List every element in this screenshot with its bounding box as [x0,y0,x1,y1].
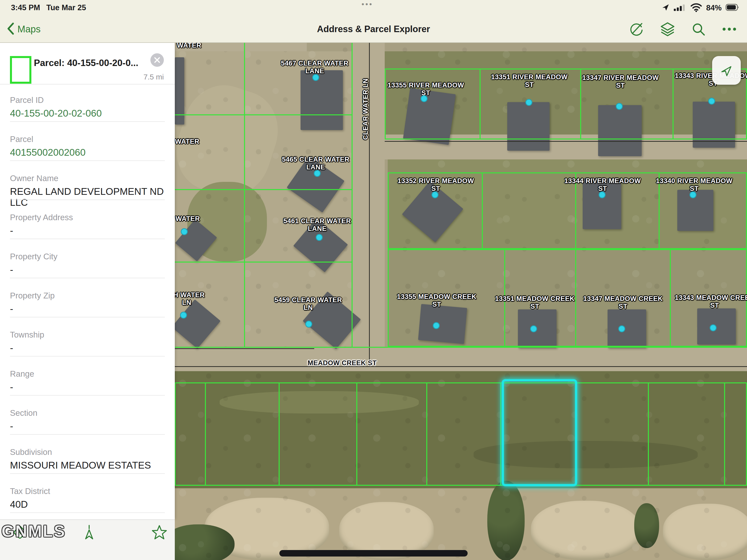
address-point-dot[interactable] [420,95,428,102]
field-value: - [10,225,13,236]
address-point-dot[interactable] [312,74,319,81]
battery-percent: 84% [706,3,722,12]
date: Tue Mar 25 [46,3,86,12]
distance-badge: 7.5 mi [144,73,164,81]
parcel-boundary [205,382,206,486]
address-point-dot[interactable] [530,325,537,332]
address-point-dot[interactable] [181,228,188,235]
parcel-boundary [575,249,576,347]
address-point-dot[interactable] [180,312,187,319]
address-point-dot[interactable] [616,103,623,110]
address-label: 13344 RIVER MEADOW ST [564,177,641,193]
search-icon[interactable] [691,21,706,37]
address-point-dot[interactable] [305,321,312,328]
field-label: Township [10,330,44,339]
divider [10,239,165,239]
address-label: 5465 CLEAR WATER LANE [282,156,350,171]
field-value: REGAL LAND DEVELOPMENT ND LLC [10,186,175,208]
parcel-boundary [580,69,581,139]
field-value: - [10,342,13,354]
parcel-boundary [175,189,352,190]
address-point-dot[interactable] [433,322,440,329]
field-label: Parcel ID [10,95,44,105]
field-value[interactable]: 40155002002060 [10,147,86,158]
panel-title: Parcel: 40-155-00-20-0... [34,58,138,68]
address-label: 13352 RIVER MEADOW ST [397,177,474,193]
parcel-boundary [175,382,747,486]
field-row-range: Range- [0,369,175,408]
street-label: MEADOW CREEK ST [308,359,377,367]
parcel-boundary [724,382,725,486]
address-label: 13355 MEADOW CREEK ST [397,293,476,308]
parcel-boundary [500,382,501,486]
parcel-boundary [482,172,483,249]
divider [10,395,165,396]
parcel-boundary [175,261,352,262]
address-point-dot[interactable] [525,99,532,106]
address-point-dot[interactable] [316,234,323,241]
parcel-boundary [426,382,427,486]
field-row-parcel: Parcel40155002002060 [0,134,175,174]
field-value: - [10,303,13,314]
address-point-dot[interactable] [432,191,438,198]
divider [10,317,165,317]
field-row-subdivision: SubdivisionMISSOURI MEADOW ESTATES [0,448,175,486]
address-point-dot[interactable] [599,191,606,198]
field-label: Tax District [10,486,50,496]
status-bar: 3:45 PM Tue Mar 25 ••• 84% [0,0,747,16]
selected-parcel-highlight[interactable] [502,379,577,486]
address-label: 13351 RIVER MEADOW ST [491,73,568,89]
parcel-info-panel: Parcel: 40-155-00-20-0... 7.5 mi Parcel … [0,42,175,519]
field-row-section: Section- [0,408,175,448]
address-label: 13340 RIVER MEADOW ST [656,177,732,193]
parcel-boundary [175,114,352,115]
markup-sketch-icon[interactable] [629,21,644,37]
star-bookmark-icon[interactable] [151,525,167,540]
field-row-property-zip: Property Zip- [0,291,175,330]
parcel-boundary [670,249,671,347]
field-row-property-address: Property Address- [0,213,175,252]
address-label: 5467 CLEAR WATER LANE [281,59,349,75]
parcel-boundary [480,69,481,139]
tree-clump [487,481,525,560]
field-label: Subdivision [10,448,52,457]
field-label: Range [10,369,34,379]
address-label: 13355 RIVER MEADOW ST [387,81,464,97]
address-label: 13343 MEADOW CREEK ST [675,294,747,309]
field-label: Owner Name [10,174,58,183]
field-label: Section [10,408,37,418]
parcel-boundary [175,347,747,348]
address-point-dot[interactable] [618,325,625,332]
locate-me-button[interactable] [712,56,741,85]
close-icon[interactable] [150,53,164,67]
layers-icon[interactable] [660,21,675,37]
building-footprint [301,70,343,130]
field-value: - [10,264,13,275]
cellular-signal-icon [673,3,686,13]
field-label: Parcel [10,134,33,144]
field-value[interactable]: 40-155-00-20-02-060 [10,108,102,119]
road-centerline [385,141,747,142]
home-indicator[interactable] [279,550,468,557]
parcel-boundary [648,382,649,486]
map-canvas[interactable]: WATER5467 CLEAR WATER LANE13355 RIVER ME… [175,42,747,560]
address-point-dot[interactable] [708,98,715,105]
address-point-dot[interactable] [690,191,696,198]
wifi-icon [690,3,702,13]
divider [10,200,165,200]
battery-icon [726,4,740,12]
parcel-boundary [279,382,280,486]
field-value: - [10,421,13,432]
parcel-boundary [673,69,673,139]
field-label: Property City [10,252,57,261]
address-label: 13351 MEADOW CREEK ST [495,295,575,310]
gps-antenna-icon[interactable] [81,525,97,540]
address-label: SH WATER LN [175,291,205,307]
field-row-owner-name: Owner NameREGAL LAND DEVELOPMENT ND LLC [0,174,175,213]
field-value: 40D [10,499,28,510]
address-point-dot[interactable] [314,170,321,177]
address-label: 13347 MEADOW CREEK ST [583,295,663,310]
address-point-dot[interactable] [710,324,717,331]
more-ellipsis-icon[interactable] [722,21,737,37]
road-centerline [175,366,747,367]
